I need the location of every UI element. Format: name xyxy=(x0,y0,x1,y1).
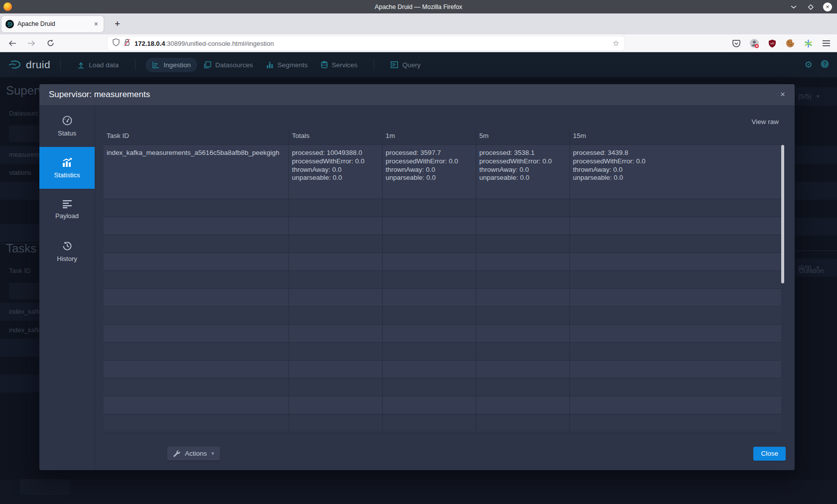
stats-table-rows: index_kafka_measurements_a5616c5ba8afb8b… xyxy=(104,145,781,432)
table-row-empty xyxy=(104,253,781,271)
account-icon[interactable] xyxy=(749,38,759,48)
dialog-title: Supervisor: measurements xyxy=(49,90,150,100)
table-row-empty xyxy=(104,396,781,414)
table-row-empty xyxy=(104,378,781,396)
column-header-15m[interactable]: 15m xyxy=(570,127,781,144)
ingestion-icon xyxy=(152,61,159,69)
druid-console-page: Superv Datasourc measurem stations Tasks… xyxy=(0,77,837,504)
table-row-empty xyxy=(104,361,781,378)
duration-column-header: Duration xyxy=(799,267,824,274)
wrench-icon xyxy=(173,450,180,457)
dialog-header: Supervisor: measurements × xyxy=(39,84,795,105)
column-header-totals[interactable]: Totals xyxy=(289,127,383,144)
svg-text:uO: uO xyxy=(770,41,774,44)
datasource-column-header: Datasourc xyxy=(9,110,38,117)
supervisor-row[interactable]: stations xyxy=(9,169,31,176)
bookmark-star-icon[interactable]: ☆ xyxy=(613,39,619,48)
supervisor-row[interactable]: measurem xyxy=(9,151,39,158)
window-close-icon[interactable]: × xyxy=(823,2,832,11)
table-row: index_kafka_measurements_a5616c5ba8afb8b… xyxy=(104,145,781,199)
nav-item-datasources[interactable]: Datasources xyxy=(197,58,260,72)
window-minimize-icon[interactable] xyxy=(789,2,798,11)
reload-icon[interactable] xyxy=(44,37,57,50)
actions-button[interactable]: Actions xyxy=(167,446,220,461)
dialog-close-icon[interactable]: × xyxy=(778,89,787,100)
chevron-down-icon xyxy=(817,93,820,100)
druid-header: druid Load data Ingestion Datasources Se… xyxy=(0,52,837,77)
upload-icon xyxy=(77,61,85,69)
column-header-1m[interactable]: 1m xyxy=(383,127,476,144)
chevron-down-icon xyxy=(211,450,214,457)
svg-text:?: ? xyxy=(823,61,826,67)
cell-15m: processed: 3439.8 processedWithError: 0.… xyxy=(570,145,781,199)
tab-payload[interactable]: Payload xyxy=(39,189,95,231)
query-icon xyxy=(391,61,398,68)
gauge-icon xyxy=(62,115,73,126)
druid-favicon-icon xyxy=(5,20,14,28)
table-row-empty xyxy=(104,307,781,325)
task-row[interactable]: index_kafk xyxy=(9,326,40,334)
supervisors-heading: Superv xyxy=(6,84,44,98)
shield-icon[interactable] xyxy=(113,38,120,48)
settings-gear-icon[interactable]: ⚙ xyxy=(805,59,813,70)
close-button[interactable]: Close xyxy=(753,447,786,461)
table-row-empty xyxy=(104,199,781,217)
supervisor-dialog: Supervisor: measurements × Status Statis… xyxy=(39,84,795,470)
chart-icon xyxy=(61,157,73,168)
view-raw-link[interactable]: View raw xyxy=(751,118,779,126)
firefox-icon xyxy=(3,2,12,11)
tab-close-icon[interactable]: × xyxy=(93,20,100,28)
nav-item-load-data[interactable]: Load data xyxy=(71,58,125,72)
druid-logo[interactable]: druid xyxy=(8,59,50,71)
segments-icon xyxy=(266,61,274,69)
tab-statistics[interactable]: Statistics xyxy=(39,147,95,189)
tab-status[interactable]: Status xyxy=(39,105,95,147)
url-text[interactable]: 172.18.0.4:30899/unified-console.html#in… xyxy=(135,40,609,47)
column-header-5m[interactable]: 5m xyxy=(476,127,570,144)
dialog-side-tabs: Status Statistics Payload History xyxy=(39,105,95,470)
forward-icon[interactable] xyxy=(25,37,38,50)
datasources-icon xyxy=(204,61,211,69)
task-id-column-header: Task ID xyxy=(9,267,30,274)
nav-item-services[interactable]: Services xyxy=(314,57,364,72)
window-title: Apache Druid — Mozilla Firefox xyxy=(0,3,837,10)
supervisors-count-pill[interactable]: (5/5) xyxy=(792,87,837,106)
nav-item-query[interactable]: Query xyxy=(384,58,427,72)
column-header-task-id[interactable]: Task ID xyxy=(104,127,289,144)
tasks-heading: Tasks xyxy=(6,242,36,255)
back-icon[interactable] xyxy=(6,37,19,50)
task-row[interactable]: index_kafk xyxy=(9,308,40,315)
services-icon xyxy=(321,61,328,69)
lock-insecure-icon[interactable] xyxy=(124,38,131,48)
nav-item-segments[interactable]: Segments xyxy=(260,58,314,72)
tab-title: Apache Druid xyxy=(17,20,89,27)
table-row-empty xyxy=(104,414,781,432)
browser-toolbar: 172.18.0.4:30899/unified-console.html#in… xyxy=(0,34,837,52)
cell-5m: processed: 3538.1 processedWithError: 0.… xyxy=(476,145,570,199)
table-row-empty xyxy=(104,325,781,343)
extension-asterisk-icon[interactable] xyxy=(803,38,813,48)
table-scrollbar[interactable] xyxy=(781,145,784,283)
browser-tab[interactable]: Apache Druid × xyxy=(1,16,104,32)
table-header-row: Task ID Totals 1m 5m 15m xyxy=(104,127,781,145)
ublock-icon[interactable]: uO xyxy=(767,38,777,48)
table-row-empty xyxy=(104,343,781,361)
new-tab-button[interactable]: + xyxy=(111,17,124,30)
pocket-icon[interactable] xyxy=(731,38,741,48)
window-maximize-icon[interactable] xyxy=(806,2,815,11)
tab-bar: Apache Druid × + xyxy=(0,13,837,34)
table-row-empty xyxy=(104,217,781,235)
cookie-icon[interactable] xyxy=(785,38,795,48)
url-host: 172.18.0.4 xyxy=(135,40,165,47)
druid-logo-text: druid xyxy=(26,59,50,71)
cell-task-id: index_kafka_measurements_a5616c5ba8afb8b… xyxy=(104,145,289,199)
menu-hamburger-icon[interactable] xyxy=(821,38,831,48)
table-row-empty xyxy=(104,271,781,289)
nav-item-ingestion[interactable]: Ingestion xyxy=(145,58,197,72)
help-icon[interactable]: ? xyxy=(821,60,829,70)
url-bar[interactable]: 172.18.0.4:30899/unified-console.html#in… xyxy=(108,36,624,50)
table-row-empty xyxy=(104,235,781,253)
tab-history[interactable]: History xyxy=(39,231,95,272)
url-path: :30899/unified-console.html#ingestion xyxy=(165,40,274,47)
history-icon xyxy=(62,241,73,252)
